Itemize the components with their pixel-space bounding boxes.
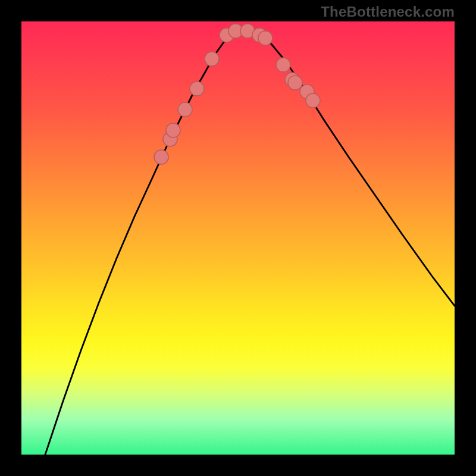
watermark-text: TheBottleneck.com bbox=[321, 4, 455, 20]
highlight-dot bbox=[276, 58, 290, 72]
chart-plot-area bbox=[21, 21, 455, 455]
highlight-dots-group bbox=[154, 24, 320, 164]
highlight-dot bbox=[166, 123, 180, 137]
chart-svg bbox=[21, 21, 455, 455]
highlight-dot bbox=[190, 82, 204, 96]
highlight-dot bbox=[258, 31, 273, 45]
highlight-dot bbox=[306, 93, 320, 108]
outer-frame: TheBottleneck.com bbox=[0, 0, 476, 476]
highlight-dot bbox=[178, 102, 192, 117]
highlight-dot bbox=[154, 150, 168, 164]
bottleneck-curve bbox=[45, 31, 455, 455]
highlight-dot bbox=[205, 52, 219, 66]
highlight-dot bbox=[288, 76, 302, 90]
